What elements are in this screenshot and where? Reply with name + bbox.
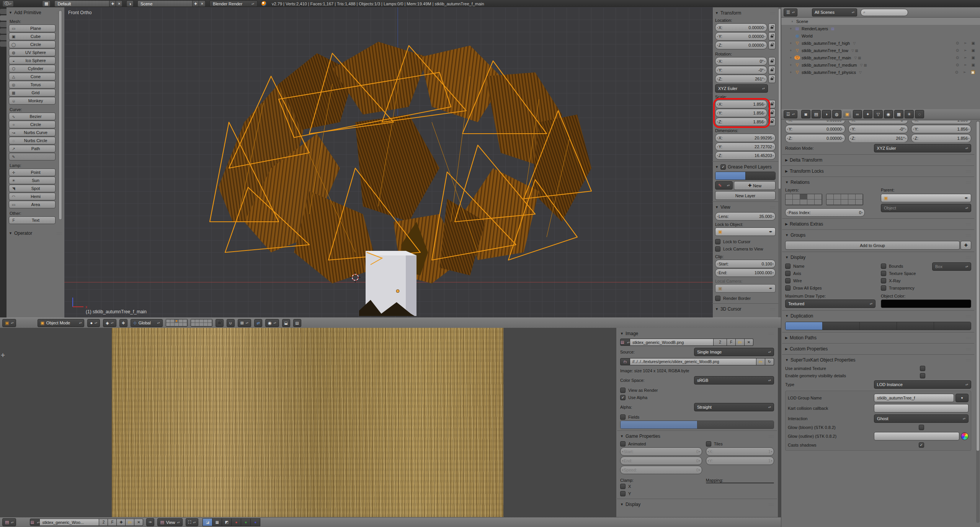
- number-field[interactable]: X: 0.00000: [715, 23, 767, 32]
- restrict-icons[interactable]: ⊙ ➣ ▣: [956, 56, 975, 60]
- editor-type-button[interactable]: ⓘ▴▾: [2, 0, 14, 7]
- rotation-mode-select[interactable]: XYZ Euler▴▾: [874, 144, 971, 152]
- cursor-icon[interactable]: ➣: [963, 70, 966, 74]
- snap-magnet-icon[interactable]: ∪: [227, 319, 235, 327]
- outliner-row[interactable]: + ▽ stklib_autumnTree_f_physics ▽ ⊙ ➣ ▣: [781, 69, 980, 76]
- add-primitive-button[interactable]: ◒ Ico Sphere: [9, 57, 56, 64]
- fields-row[interactable]: Fields: [620, 413, 774, 421]
- stk-type-select[interactable]: LOD Instance▴▾: [874, 380, 971, 389]
- orientation-select[interactable]: ⊹Global▴▾: [131, 319, 163, 327]
- channel-z-button[interactable]: ◩: [222, 518, 232, 526]
- scene-field[interactable]: Scene: [137, 0, 193, 7]
- outliner-row[interactable]: + ▽ stklib_autumnTree_f_medium ▽ ▦ ⊙ ➣ ▣: [781, 61, 980, 69]
- checkbox-row[interactable]: Axis: [785, 270, 875, 277]
- gp-new-layer-button[interactable]: New Layer: [715, 191, 776, 200]
- lock-toggle[interactable]: [768, 32, 776, 41]
- segment-button[interactable]: [697, 421, 774, 429]
- add-primitive-button[interactable]: ◌ Nurbs Circle: [9, 137, 56, 144]
- scene-icon[interactable]: ◑: [126, 0, 134, 7]
- browse-file-button[interactable]: 🗁: [756, 358, 765, 365]
- channel-red-button[interactable]: ●: [231, 518, 241, 526]
- editor-type-select[interactable]: ▤▴▾: [2, 518, 16, 526]
- checkbox[interactable]: [785, 285, 791, 291]
- cursor-icon[interactable]: ➣: [964, 48, 967, 52]
- colorspace-select[interactable]: sRGB▴▾: [694, 376, 774, 385]
- checkbox[interactable]: [881, 271, 886, 276]
- add-primitive-button[interactable]: ▭ Area: [9, 201, 56, 208]
- lock-toggle[interactable]: [768, 57, 776, 65]
- editor-type-select[interactable]: ▣▴▾: [2, 319, 16, 327]
- close-layout-button[interactable]: ✕: [116, 0, 122, 7]
- parent-field[interactable]: ▣✒: [881, 194, 971, 202]
- checkbox[interactable]: [620, 441, 626, 447]
- eye-icon[interactable]: ⊙: [956, 48, 959, 52]
- expand-icon[interactable]: +: [790, 41, 794, 45]
- properties-tab[interactable]: ◌: [915, 110, 924, 118]
- properties-tab[interactable]: ▦: [894, 110, 903, 118]
- number-field[interactable]: Y: 22.72702: [715, 142, 776, 151]
- lock-camera-row[interactable]: Lock Camera to View: [715, 245, 776, 252]
- number-field[interactable]: Z: 16.45203: [715, 151, 776, 160]
- add-primitive-button[interactable]: ◍ UV Sphere: [9, 49, 56, 56]
- max-draw-type-select[interactable]: Textured▴▾: [785, 300, 875, 308]
- lock-toggle[interactable]: [768, 75, 776, 83]
- view-panel-header[interactable]: ▼View::::: [715, 203, 776, 211]
- segment-button[interactable]: [823, 322, 860, 330]
- lock-to-cursor-row[interactable]: Lock to Cursor: [715, 238, 776, 245]
- layers-grid-2[interactable]: [191, 319, 212, 327]
- camera-icon[interactable]: ▣: [972, 63, 975, 67]
- add-primitive-button[interactable]: ▣ Cube: [9, 33, 56, 40]
- checkbox[interactable]: [715, 296, 720, 301]
- lock-icon[interactable]: [216, 319, 224, 327]
- checkbox-row[interactable]: Transparency: [881, 284, 971, 291]
- image-name-field[interactable]: stktex_generic_WoodB.png: [630, 339, 714, 346]
- number-field[interactable]: X: 0°: [715, 57, 767, 65]
- fake-user-button[interactable]: F: [727, 339, 736, 346]
- casts-shadows-checkbox[interactable]: ✓: [919, 442, 924, 448]
- properties-tab[interactable]: ◍: [832, 110, 841, 118]
- checkbox[interactable]: [881, 285, 886, 291]
- close-scene-button[interactable]: ✕: [199, 0, 206, 7]
- n-panel-scrollbar[interactable]: [778, 7, 781, 318]
- segment-button[interactable]: [934, 322, 971, 330]
- clamp-y-row[interactable]: Y: [620, 490, 702, 497]
- add-primitive-button[interactable]: ⬡ Cylinder: [9, 65, 56, 72]
- add-primitive-button[interactable]: ◥ Spot: [9, 185, 56, 192]
- object-layers-grid-1[interactable]: [785, 194, 822, 205]
- wood-texture-image[interactable]: [112, 328, 503, 517]
- checkbox-row[interactable]: Wire: [785, 277, 875, 284]
- lock-toggle[interactable]: [768, 66, 776, 74]
- manipulator-toggle[interactable]: ✥: [119, 319, 127, 327]
- number-field[interactable]: X: 20.99295: [715, 134, 776, 142]
- outliner-row[interactable]: + ▽ stklib_autumnTree_f_high ▽ ⊙ ➣ ▣: [781, 39, 980, 47]
- add-to-group-button[interactable]: Add to Group: [785, 241, 960, 250]
- pass-index-field[interactable]: Pass Index:0: [785, 208, 865, 217]
- add-primitive-button[interactable]: ✎ Draw Curve: [9, 153, 56, 160]
- number-field[interactable]: Y: 0.00000: [715, 32, 767, 41]
- number-field[interactable]: Y: 1.856: [715, 109, 767, 117]
- number-field[interactable]: Z: 0.00000: [785, 134, 845, 142]
- number-field[interactable]: X: 1.856: [715, 100, 767, 108]
- alpha-select[interactable]: Straight▴▾: [694, 403, 774, 411]
- checkbox[interactable]: [620, 491, 626, 496]
- number-field[interactable]: Z: 1.856: [911, 134, 971, 142]
- clip-start-field[interactable]: Start:0.100: [715, 260, 776, 268]
- channel-alpha-button[interactable]: ▦: [212, 518, 222, 526]
- restrict-icons[interactable]: ⊙ ➣ ▣: [956, 63, 975, 67]
- display-mode-select[interactable]: ▤View▴▾: [157, 518, 182, 526]
- proportional-edit-select[interactable]: ◉▴▾: [265, 319, 279, 327]
- view-as-render-row[interactable]: View as Render: [620, 386, 774, 394]
- add-primitive-button[interactable]: ↝ Nurbs Curve: [9, 129, 56, 136]
- expand-icon[interactable]: +: [790, 63, 794, 67]
- toolshelf-tab[interactable]: [0, 28, 7, 34]
- properties-tab[interactable]: ✦: [863, 110, 872, 118]
- game-properties-panel-header[interactable]: ▼Game Properties::::: [620, 432, 774, 440]
- add-primitive-button[interactable]: F Text: [9, 216, 56, 224]
- toolshelf-tab[interactable]: [0, 15, 7, 21]
- translate-manipulator-icon[interactable]: ⇄: [254, 319, 262, 327]
- properties-tab[interactable]: ▤: [812, 110, 821, 118]
- checkbox[interactable]: [620, 414, 626, 420]
- source-select[interactable]: Single Image▴▾: [694, 348, 774, 356]
- properties-tab[interactable]: ▣: [843, 110, 852, 118]
- expand-icon[interactable]: +: [790, 56, 794, 60]
